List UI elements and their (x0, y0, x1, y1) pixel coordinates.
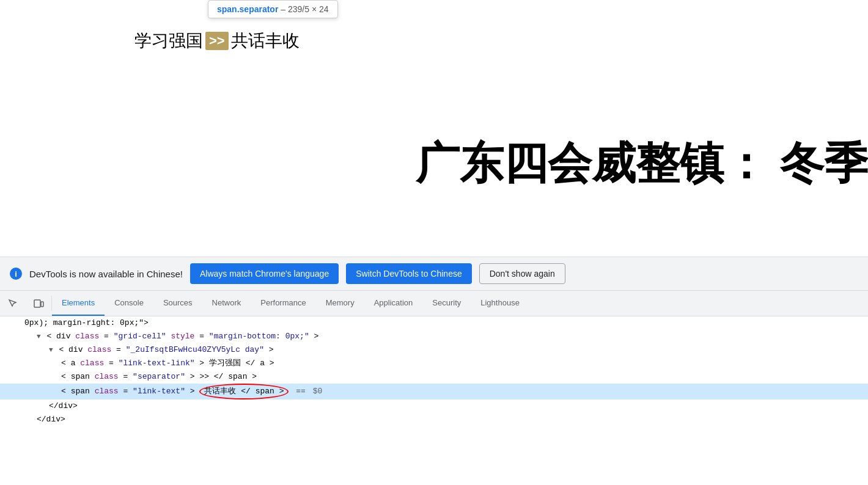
inspect-element-icon[interactable] (0, 291, 26, 316)
code-line-3[interactable]: ▼ < div class = "_2uIfsqtBFwHcu40ZYV5yLc… (0, 343, 868, 357)
breadcrumb-link: 学习强国 (134, 29, 203, 53)
breadcrumb-separator: >> (205, 32, 229, 50)
code-line-5[interactable]: < span class = "separator" > >> </ span … (0, 370, 868, 384)
tooltip-dimensions: 239/5 × 24 (288, 4, 329, 14)
devtools-elements-panel: 0px); margin-right: 0px;"> ▼ < div class… (0, 316, 868, 426)
tab-sources[interactable]: Sources (153, 291, 202, 316)
dont-show-again-button[interactable]: Don't show again (479, 263, 565, 284)
code-line-8[interactable]: </div> (0, 413, 868, 426)
expand-icon-2: ▼ (49, 346, 53, 354)
tab-console[interactable]: Console (105, 291, 153, 316)
tab-performance[interactable]: Performance (251, 291, 315, 316)
tab-network[interactable]: Network (202, 291, 251, 316)
breadcrumb-current: 共话丰收 (231, 29, 300, 53)
breadcrumb: 学习强国 >> 共话丰收 (134, 29, 300, 53)
tab-application[interactable]: Application (364, 291, 423, 316)
switch-to-chinese-button[interactable]: Switch DevTools to Chinese (346, 263, 472, 284)
tab-lighthouse[interactable]: Lighthouse (471, 291, 529, 316)
code-line-4[interactable]: < a class = "link-text-link" > 学习强国 </ a… (0, 357, 868, 370)
svg-rect-0 (34, 300, 40, 307)
device-toggle-icon[interactable] (26, 291, 51, 316)
devtools-notification-bar: i DevTools is now available in Chinese! … (0, 257, 868, 291)
tooltip-element-name: span.separator (217, 4, 278, 14)
code-line-7[interactable]: </div> (0, 399, 868, 413)
tab-elements[interactable]: Elements (52, 291, 105, 316)
page-main-title: 广东四会威整镇： 冬季莆 (416, 134, 868, 193)
code-line-6[interactable]: < span class = "link-text" > 共话丰收 </ spa… (0, 384, 868, 399)
tab-memory[interactable]: Memory (316, 291, 364, 316)
tooltip-coords: – (281, 4, 288, 14)
tooltip-box: span.separator – 239/5 × 24 (208, 0, 338, 18)
always-match-language-button[interactable]: Always match Chrome's language (190, 263, 339, 284)
code-line-1[interactable]: 0px); margin-right: 0px;"> (0, 316, 868, 330)
page-content: span.separator – 239/5 × 24 学习强国 >> 共话丰收… (0, 0, 868, 257)
tab-security[interactable]: Security (422, 291, 471, 316)
expand-icon-1: ▼ (37, 333, 41, 340)
devtools-tabs-bar: Elements Console Sources Network Perform… (0, 291, 868, 316)
info-icon: i (10, 268, 22, 280)
svg-rect-1 (41, 302, 43, 307)
notification-message: DevTools is now available in Chinese! (29, 269, 183, 279)
code-line-2[interactable]: ▼ < div class = "grid-cell" style = "mar… (0, 330, 868, 343)
highlighted-text-circle: 共话丰收 </ span > (199, 384, 289, 399)
